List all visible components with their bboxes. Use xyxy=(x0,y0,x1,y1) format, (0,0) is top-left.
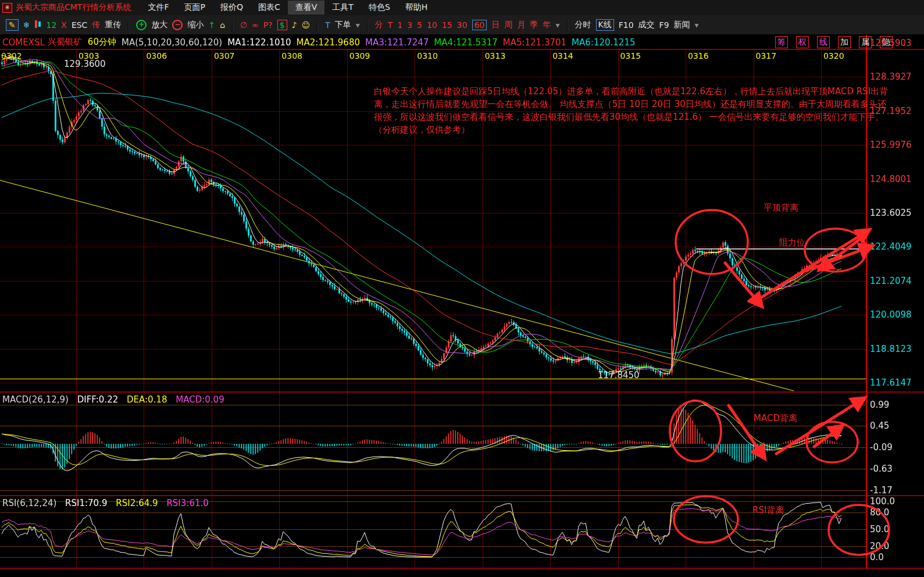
toolbar-separator xyxy=(232,19,233,31)
period-button-日[interactable]: 日 xyxy=(491,20,500,30)
ma-value: MA3:121.7247 xyxy=(365,37,429,48)
chart-option-线[interactable]: 线 xyxy=(817,36,830,48)
period-button-5[interactable]: 5 xyxy=(417,20,422,30)
retransmit-flag-icon[interactable]: 传 xyxy=(92,20,100,30)
zoom-out-button[interactable]: 缩小 xyxy=(187,20,204,30)
period-button-10[interactable]: 10 xyxy=(427,20,437,30)
binoculars-icon[interactable]: ∞ xyxy=(252,20,259,30)
chart-option-属[interactable]: 属 xyxy=(859,36,872,48)
toolbar-separator xyxy=(128,19,129,31)
zoom-out-icon[interactable]: − xyxy=(172,19,183,30)
view-button-分时[interactable]: 分时 xyxy=(575,20,591,30)
chart-header: COMEXSL 兴蜀银矿 60分钟 MA(5,10,20,30,60,120) … xyxy=(0,35,924,49)
menu-bar: ※ 兴蜀大宗商品CMT行情分析系统 文件F页面P报价Q图表C查看V工具T特色S帮… xyxy=(0,0,924,16)
views-dropdown-icon[interactable]: ▾ xyxy=(695,20,699,30)
chart-option-筹[interactable]: 筹 xyxy=(775,36,788,48)
symbol-code: COMEXSL xyxy=(2,37,45,48)
forbid-icon[interactable]: ∅ xyxy=(240,20,247,30)
chart-option-权[interactable]: 权 xyxy=(796,36,809,48)
period-button-年[interactable]: 年 xyxy=(543,20,551,30)
menu-查看V[interactable]: 查看V xyxy=(288,1,325,15)
period-button-60[interactable]: 60 xyxy=(472,20,487,30)
toolbar: ✎❄12XESC传重传+放大−缩小↑⌂∅∞P?$♪☺T下单▾分T13510153… xyxy=(0,15,924,35)
chart-option-隐[interactable]: 隐 xyxy=(880,36,893,48)
place-order-button[interactable]: 下单 xyxy=(335,20,351,30)
period-button-1[interactable]: 1 xyxy=(397,20,402,30)
menu-文件F[interactable]: 文件F xyxy=(140,1,176,15)
menu-页面P[interactable]: 页面P xyxy=(176,1,212,15)
money-icon[interactable]: $ xyxy=(277,20,287,30)
ma-params-label: MA(5,10,20,30,60,120) xyxy=(122,37,222,48)
chart-option-加[interactable]: 加 xyxy=(838,36,851,48)
ma-value: MA6:120.1215 xyxy=(572,37,635,48)
kline-mode-icon[interactable] xyxy=(34,20,41,30)
bar-count-label[interactable]: 12 xyxy=(46,20,56,30)
price-query-icon[interactable]: P? xyxy=(263,20,273,30)
menu-报价Q[interactable]: 报价Q xyxy=(213,1,251,15)
menu-图表C[interactable]: 图表C xyxy=(251,1,288,15)
zoom-in-button[interactable]: 放大 xyxy=(151,20,167,30)
period-label: 60分钟 xyxy=(88,37,116,48)
period-button-15[interactable]: 15 xyxy=(442,20,452,30)
close-x-button[interactable]: X xyxy=(61,20,67,30)
alert-bell-icon[interactable]: ♪ xyxy=(292,20,297,30)
view-button-K线[interactable]: K线 xyxy=(596,19,614,31)
toolbar-separator xyxy=(367,19,368,31)
zoom-in-icon[interactable]: + xyxy=(136,19,147,30)
ma-value: MA4:121.5317 xyxy=(434,37,497,48)
toolbar-separator xyxy=(317,19,318,31)
period-button-T[interactable]: T xyxy=(388,20,393,30)
order-dropdown-icon[interactable]: ▾ xyxy=(356,20,360,30)
chart-option-buttons: 筹权线加属隐 xyxy=(772,36,898,48)
symbol-name: 兴蜀银矿 xyxy=(48,37,83,48)
app-title: 兴蜀大宗商品CMT行情分析系统 xyxy=(16,2,131,13)
menu-特色S[interactable]: 特色S xyxy=(361,1,398,15)
menu-帮助H[interactable]: 帮助H xyxy=(398,1,436,15)
view-button-新闻[interactable]: 新闻 xyxy=(674,20,690,30)
ma-value: MA2:121.9680 xyxy=(297,37,360,48)
period-button-分[interactable]: 分 xyxy=(375,20,383,30)
ma-value: MA5:121.3701 xyxy=(503,37,566,48)
brush-tool-button[interactable]: ✎ xyxy=(6,19,19,31)
toolbar-separator xyxy=(567,19,568,31)
period-button-周[interactable]: 周 xyxy=(504,20,512,30)
chart-canvas[interactable] xyxy=(0,0,924,577)
app-logo-icon: ※ xyxy=(2,3,12,13)
period-button-30[interactable]: 30 xyxy=(457,20,468,30)
view-button-F10[interactable]: F10 xyxy=(619,20,634,30)
period-button-3[interactable]: 3 xyxy=(407,20,412,30)
up-arrow-icon[interactable]: ↑ xyxy=(208,20,215,30)
home-icon[interactable]: ⌂ xyxy=(220,20,225,30)
menu-工具T[interactable]: 工具T xyxy=(324,1,361,15)
order-t-icon[interactable]: T xyxy=(325,20,330,30)
snowflake-tool-button[interactable]: ❄ xyxy=(23,20,30,30)
ma-value: MA1:122.1010 xyxy=(227,37,291,48)
esc-button[interactable]: ESC xyxy=(72,20,88,30)
periods-dropdown-icon[interactable]: ▾ xyxy=(555,20,559,30)
view-button-成交[interactable]: 成交 xyxy=(638,20,655,30)
retransmit-button[interactable]: 重传 xyxy=(105,20,121,30)
ma-values: MA1:122.1010MA2:121.9680MA3:121.7247MA4:… xyxy=(227,37,640,48)
period-button-月[interactable]: 月 xyxy=(517,20,525,30)
period-button-季[interactable]: 季 xyxy=(530,20,538,30)
view-button-F9[interactable]: F9 xyxy=(659,20,669,30)
menu-items: 文件F页面P报价Q图表C查看V工具T特色S帮助H xyxy=(140,1,435,15)
smiley-icon[interactable]: ☺ xyxy=(302,20,311,30)
